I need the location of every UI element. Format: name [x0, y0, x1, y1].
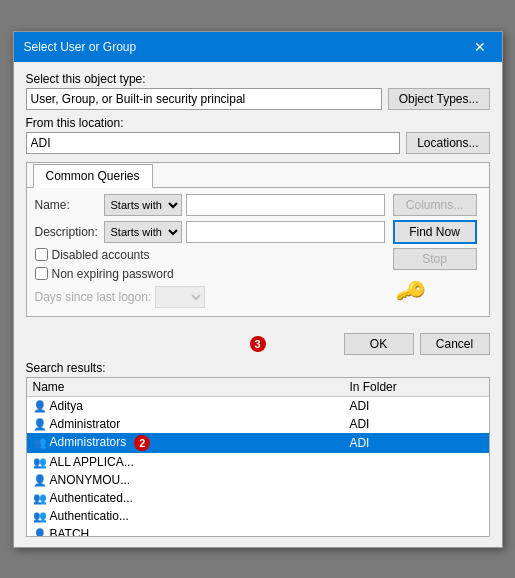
location-section: From this location: Locations... [26, 116, 490, 154]
row-name-text: Authenticated... [50, 491, 133, 505]
row-name-text: Administrators [50, 435, 127, 449]
user-icon: 👤 [33, 474, 47, 486]
user-icon: 👤 [33, 418, 47, 430]
name-field-row: Name: Starts with [35, 194, 385, 216]
non-expiring-row: Non expiring password [35, 267, 385, 281]
table-row[interactable]: 👥Administrators2ADI [27, 433, 489, 453]
dialog-title: Select User or Group [24, 40, 137, 54]
table-cell-name: 👥ALL APPLICA... [27, 453, 344, 471]
col-folder: In Folder [343, 378, 488, 397]
table-header: Name In Folder [27, 378, 489, 397]
table-cell-name: 👤Aditya [27, 396, 344, 415]
tab-strip: Common Queries [27, 163, 489, 188]
table-cell-name: 👥Authenticated... [27, 489, 344, 507]
table-cell-name: 👤ANONYMOU... [27, 471, 344, 489]
row-name-text: ANONYMOU... [50, 473, 131, 487]
common-queries-group: Common Queries Name: Starts with [26, 162, 490, 317]
object-type-row: Object Types... [26, 88, 490, 110]
group-left: Name: Starts with Description: [35, 194, 385, 310]
days-row: Days since last logon: [35, 286, 385, 308]
table-cell-folder: ADI [343, 433, 488, 453]
desc-select-wrapper: Starts with [104, 221, 182, 243]
find-now-button[interactable]: Find Now [393, 220, 477, 244]
table-cell-folder [343, 453, 488, 471]
name-select-wrapper: Starts with [104, 194, 182, 216]
group-right: Columns... Find Now Stop 🔑 [393, 194, 481, 310]
user-icon: 👤 [33, 400, 47, 412]
row-name-text: Aditya [50, 399, 83, 413]
row-name-text: Authenticatio... [50, 509, 129, 523]
locations-button[interactable]: Locations... [406, 132, 489, 154]
table-row[interactable]: 👥Authenticatio... [27, 507, 489, 525]
desc-value-input[interactable] [186, 221, 385, 243]
user-icon: 👥 [33, 456, 47, 468]
tab-common-queries[interactable]: Common Queries [33, 164, 153, 188]
non-expiring-checkbox[interactable] [35, 267, 48, 280]
row-name-text: Administrator [50, 417, 121, 431]
user-icon: 👥 [33, 436, 47, 448]
name-value-input[interactable] [186, 194, 385, 216]
columns-button[interactable]: Columns... [393, 194, 477, 216]
days-select[interactable] [155, 286, 205, 308]
badge-3: 3 [250, 336, 266, 352]
non-expiring-label: Non expiring password [52, 267, 174, 281]
ok-button[interactable]: OK [344, 333, 414, 355]
table-cell-folder: ADI [343, 415, 488, 433]
key-icon: 🔑 [387, 268, 433, 314]
dialog-body: Select this object type: Object Types...… [14, 62, 502, 327]
row-name-text: ALL APPLICA... [50, 455, 134, 469]
search-results-label: Search results: [14, 359, 502, 377]
title-bar: Select User or Group ✕ [14, 32, 502, 62]
user-icon: 👥 [33, 492, 47, 504]
results-table-wrapper[interactable]: Name In Folder 👤AdityaADI👤AdministratorA… [26, 377, 490, 537]
table-cell-folder [343, 525, 488, 537]
table-row[interactable]: 👤ANONYMOU... [27, 471, 489, 489]
name-condition-select[interactable]: Starts with [104, 194, 182, 216]
disabled-label: Disabled accounts [52, 248, 150, 262]
location-label: From this location: [26, 116, 490, 130]
badge-2: 2 [134, 435, 150, 451]
close-button[interactable]: ✕ [468, 38, 492, 56]
desc-label: Description: [35, 225, 100, 239]
location-input[interactable] [26, 132, 401, 154]
object-type-input[interactable] [26, 88, 382, 110]
results-table: Name In Folder 👤AdityaADI👤AdministratorA… [27, 378, 489, 537]
cancel-button[interactable]: Cancel [420, 333, 490, 355]
table-cell-folder [343, 471, 488, 489]
user-icon: 👥 [33, 510, 47, 522]
object-type-label: Select this object type: [26, 72, 490, 86]
desc-condition-select[interactable]: Starts with [104, 221, 182, 243]
table-cell-name: 👥Authenticatio... [27, 507, 344, 525]
object-types-button[interactable]: Object Types... [388, 88, 490, 110]
desc-field-row: Description: Starts with [35, 221, 385, 243]
days-label: Days since last logon: [35, 290, 152, 304]
disabled-accounts-row: Disabled accounts [35, 248, 385, 262]
table-row[interactable]: 👤AdministratorADI [27, 415, 489, 433]
object-type-section: Select this object type: Object Types... [26, 72, 490, 110]
table-cell-folder [343, 489, 488, 507]
table-row[interactable]: 👥Authenticated... [27, 489, 489, 507]
table-row[interactable]: 👤AdityaADI [27, 396, 489, 415]
user-icon: 👤 [33, 528, 47, 537]
table-cell-name: 👤Administrator [27, 415, 344, 433]
group-content: Name: Starts with Description: [35, 194, 481, 310]
disabled-accounts-checkbox[interactable] [35, 248, 48, 261]
row-name-text: BATCH [50, 527, 90, 537]
ok-cancel-above-row: 3 OK Cancel [14, 327, 502, 359]
col-name: Name [27, 378, 344, 397]
name-label: Name: [35, 198, 100, 212]
stop-button[interactable]: Stop [393, 248, 477, 270]
table-cell-name: 👤BATCH [27, 525, 344, 537]
table-row[interactable]: 👥ALL APPLICA... [27, 453, 489, 471]
location-row: Locations... [26, 132, 490, 154]
table-cell-folder [343, 507, 488, 525]
table-cell-folder: ADI [343, 396, 488, 415]
select-user-dialog: Select User or Group ✕ Select this objec… [13, 31, 503, 548]
table-row[interactable]: 👤BATCH [27, 525, 489, 537]
table-cell-name: 👥Administrators2 [27, 433, 344, 453]
